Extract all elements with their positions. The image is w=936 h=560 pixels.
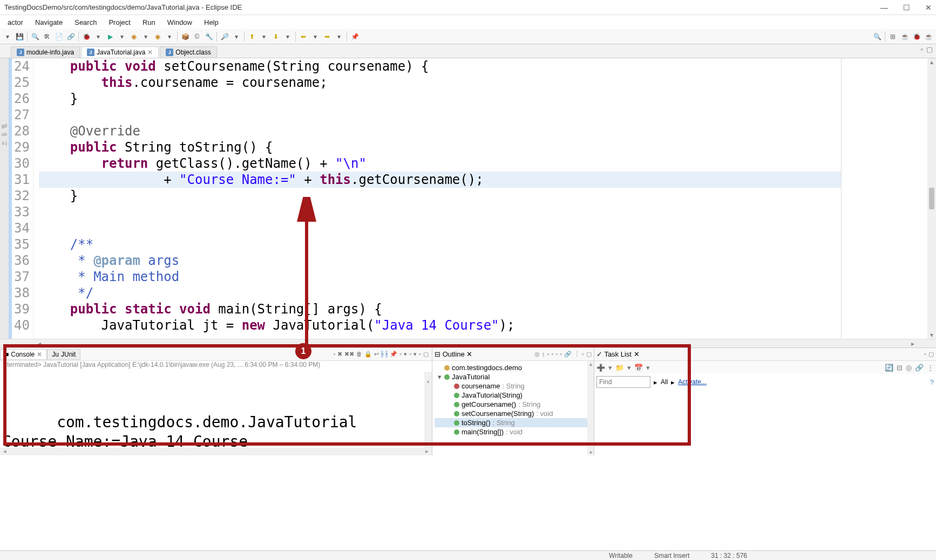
code-editor[interactable]: public void setCoursename(String coursen… — [33, 58, 841, 339]
save-icon[interactable]: 💾 — [15, 32, 24, 41]
new-int-icon[interactable]: 🔧 — [205, 32, 213, 41]
console-tab[interactable]: ■Console ✕ — [0, 349, 47, 360]
minimize-view-icon[interactable]: ▫ — [920, 45, 923, 53]
task-filter-all[interactable]: All — [661, 378, 668, 386]
editor-vertical-scrollbar[interactable]: ▴▾ — [927, 58, 936, 339]
hide-static-icon[interactable]: ▫ — [551, 351, 553, 358]
dd6[interactable]: ▾ — [260, 32, 268, 41]
new-cls-icon[interactable]: © — [193, 32, 201, 41]
collapse-icon[interactable]: ⊟ — [897, 364, 903, 372]
dd1[interactable]: ▾ — [94, 32, 103, 41]
outline-item[interactable]: main(String[]) : void — [435, 427, 592, 436]
hide-nonpublic-icon[interactable]: ▫ — [555, 351, 558, 358]
outline-item[interactable]: JavaTutorial(String) — [435, 391, 592, 400]
view-menu-icon[interactable]: ⋮ — [574, 351, 580, 358]
clear-console-icon[interactable]: 🗑 — [356, 351, 362, 358]
remove-launch-icon[interactable]: ✖ — [337, 351, 342, 358]
outline-vscroll[interactable]: ▴▾ — [587, 361, 594, 455]
console-tab[interactable]: JuJUnit — [47, 349, 80, 360]
pin-icon[interactable]: 📌 — [350, 32, 359, 41]
dd8[interactable]: ▾ — [311, 32, 320, 41]
minimize-icon[interactable]: — — [880, 3, 888, 12]
new-pkg-icon[interactable]: 📦 — [181, 32, 189, 41]
fwd-icon[interactable]: ➡ — [323, 32, 331, 41]
link-outline-icon[interactable]: 🔗 — [564, 351, 572, 358]
min-task-icon[interactable]: ▫ — [924, 351, 926, 358]
editor-tab[interactable]: JJavaTutorial.java ✕ — [81, 46, 159, 58]
min-outline-icon[interactable]: ▫ — [582, 351, 584, 358]
dd7[interactable]: ▾ — [283, 32, 292, 41]
left-folded-views[interactable]: gdorio.j — [0, 58, 9, 339]
search-access-icon[interactable]: 🔍 — [873, 32, 881, 41]
menu-project[interactable]: Project — [104, 17, 134, 28]
show-on-out-icon[interactable]: ▫ — [381, 351, 383, 358]
menu-search[interactable]: Search — [70, 17, 101, 28]
help-icon[interactable]: ? — [930, 378, 934, 386]
console-hscroll[interactable]: ◂▸ — [0, 448, 432, 455]
open-console-icon[interactable]: ▫ — [409, 351, 411, 358]
task-menu-icon[interactable]: ⋮ — [927, 364, 934, 372]
debug-icon[interactable]: 🐞 — [82, 32, 91, 41]
close-tab-icon[interactable]: ✕ — [147, 49, 153, 56]
sort-icon[interactable]: ↕ — [542, 351, 545, 358]
back-icon[interactable]: ⬅ — [299, 32, 308, 41]
search2-icon[interactable]: 🔎 — [220, 32, 229, 41]
outline-item[interactable]: getCoursename() : String — [435, 400, 592, 409]
coverage-icon[interactable]: ◉ — [130, 32, 138, 41]
outline-item[interactable]: coursename : String — [435, 381, 592, 391]
menu-navigate[interactable]: Navigate — [31, 17, 67, 28]
editor-tab[interactable]: Jmodule-info.java — [11, 46, 80, 58]
open-type-icon[interactable]: 🔍 — [31, 32, 39, 41]
task-find-input[interactable] — [596, 376, 650, 388]
close-tab-icon[interactable]: ✕ — [634, 350, 640, 358]
menu-actor[interactable]: actor — [3, 17, 28, 28]
max-task-icon[interactable]: ▢ — [928, 351, 934, 358]
hide-local-icon[interactable]: ▫ — [560, 351, 562, 358]
max-outline-icon[interactable]: ▢ — [586, 351, 592, 358]
dd2[interactable]: ▾ — [118, 32, 126, 41]
editor-tab[interactable]: JObject.class — [160, 46, 216, 58]
maximize-icon[interactable]: ☐ — [903, 3, 910, 12]
link-icon[interactable]: 🔗 — [66, 32, 75, 41]
word-wrap-icon[interactable]: ↩ — [374, 351, 379, 358]
debug-perspective-icon[interactable]: 🐞 — [912, 32, 921, 41]
tasklist-tab[interactable]: ✓ Task List ✕ — [596, 350, 640, 358]
new-wiz-icon[interactable]: 📄 — [55, 32, 63, 41]
new-icon[interactable]: ▾ — [3, 32, 12, 41]
perspective-icon[interactable]: ⊞ — [888, 32, 897, 41]
dd3[interactable]: ▾ — [141, 32, 150, 41]
next-annot-icon[interactable]: ⬇ — [272, 32, 280, 41]
close-tab-icon[interactable]: ✕ — [466, 350, 472, 358]
outline-item[interactable]: setCoursename(String) : void — [435, 409, 592, 418]
hide-fields-icon[interactable]: ▫ — [547, 351, 549, 358]
close-tab-icon[interactable]: ✕ — [37, 351, 42, 358]
maximize-view-icon[interactable]: ▢ — [926, 45, 933, 53]
max-console-icon[interactable]: ▢ — [423, 351, 429, 358]
run-icon[interactable]: ▶ — [106, 32, 114, 41]
scroll-lock-icon[interactable]: 🔒 — [364, 351, 372, 358]
java-browsing-icon[interactable]: ☕ — [924, 32, 933, 41]
editor-horizontal-scrollbar[interactable]: ◂▸ — [0, 339, 936, 347]
outline-item[interactable]: com.testingdocs.demo — [435, 363, 592, 372]
dd9[interactable]: ▾ — [335, 32, 343, 41]
dd5[interactable]: ▾ — [232, 32, 241, 41]
prev-annot-icon[interactable]: ⬆ — [248, 32, 256, 41]
dd4[interactable]: ▾ — [165, 32, 174, 41]
console-output[interactable]: ▴ com.testingdocs.demo.JavaTutorial Cour… — [0, 372, 432, 448]
outline-item[interactable]: ▾ JavaTutorial — [435, 372, 592, 381]
focus-icon[interactable]: ◎ — [534, 351, 540, 358]
close-icon[interactable]: ✕ — [925, 3, 932, 12]
build-icon[interactable]: 🛠 — [43, 32, 51, 41]
show-on-err-icon[interactable]: ▫ — [385, 351, 388, 358]
sync-icon[interactable]: 🔄 — [885, 364, 893, 372]
outline-item[interactable]: toString() : String — [435, 418, 592, 427]
menu-help[interactable]: Help — [200, 17, 223, 28]
outline-tab[interactable]: ⊟ Outline ✕ — [435, 350, 472, 358]
categorize-icon[interactable]: 📁 — [615, 364, 624, 372]
pin-console-icon[interactable]: 📌 — [390, 351, 397, 358]
java-perspective-icon[interactable]: ☕ — [900, 32, 909, 41]
min-console-icon[interactable]: ▫ — [419, 351, 421, 358]
menu-run[interactable]: Run — [138, 17, 160, 28]
menu-window[interactable]: Window — [163, 17, 196, 28]
ext-icon[interactable]: ◉ — [153, 32, 162, 41]
